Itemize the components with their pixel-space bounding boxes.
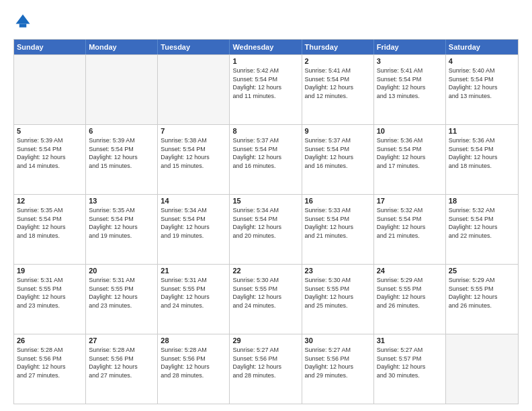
day-number: 25 [449,267,515,275]
day-info: Sunrise: 5:29 AMSunset: 5:55 PMDaylight:… [449,276,515,310]
day-info: Sunrise: 5:31 AMSunset: 5:55 PMDaylight:… [89,276,154,310]
day-info: Sunrise: 5:36 AMSunset: 5:54 PMDaylight:… [377,136,443,170]
day-info: Sunrise: 5:35 AMSunset: 5:54 PMDaylight:… [89,206,154,240]
day-info: Sunrise: 5:28 AMSunset: 5:56 PMDaylight:… [17,346,83,379]
day-number: 17 [377,197,443,205]
calendar-cell: 2Sunrise: 5:41 AMSunset: 5:54 PMDaylight… [302,55,374,124]
calendar-row-0: 1Sunrise: 5:42 AMSunset: 5:54 PMDaylight… [14,54,518,124]
day-number: 30 [305,336,371,345]
calendar: SundayMondayTuesdayWednesdayThursdayFrid… [13,39,519,404]
header-cell-thursday: Thursday [302,40,374,54]
calendar-cell: 19Sunrise: 5:31 AMSunset: 5:55 PMDayligh… [14,265,86,334]
calendar-cell: 7Sunrise: 5:38 AMSunset: 5:54 PMDaylight… [158,125,230,194]
header-cell-wednesday: Wednesday [230,40,302,54]
calendar-cell [158,55,230,124]
calendar-cell: 18Sunrise: 5:32 AMSunset: 5:54 PMDayligh… [446,195,518,264]
day-info: Sunrise: 5:41 AMSunset: 5:54 PMDaylight:… [305,66,371,100]
calendar-cell: 24Sunrise: 5:29 AMSunset: 5:55 PMDayligh… [374,265,446,334]
day-number: 2 [305,57,371,65]
day-info: Sunrise: 5:27 AMSunset: 5:56 PMDaylight:… [305,346,371,379]
day-number: 14 [161,197,226,205]
day-info: Sunrise: 5:29 AMSunset: 5:55 PMDaylight:… [377,276,443,310]
calendar-cell: 29Sunrise: 5:27 AMSunset: 5:56 PMDayligh… [230,334,302,404]
calendar-row-3: 19Sunrise: 5:31 AMSunset: 5:55 PMDayligh… [14,264,518,334]
day-number: 28 [161,336,226,345]
day-number: 16 [305,197,371,205]
page: SundayMondayTuesdayWednesdayThursdayFrid… [0,0,532,411]
day-number: 19 [17,267,83,275]
header-cell-tuesday: Tuesday [158,40,230,54]
calendar-cell: 27Sunrise: 5:28 AMSunset: 5:56 PMDayligh… [86,334,158,404]
day-info: Sunrise: 5:30 AMSunset: 5:55 PMDaylight:… [232,276,298,310]
day-number: 9 [305,127,371,135]
day-info: Sunrise: 5:39 AMSunset: 5:54 PMDaylight:… [17,136,83,170]
logo-icon [13,12,32,31]
day-info: Sunrise: 5:41 AMSunset: 5:54 PMDaylight:… [377,66,443,100]
calendar-cell: 14Sunrise: 5:34 AMSunset: 5:54 PMDayligh… [158,195,230,264]
day-info: Sunrise: 5:30 AMSunset: 5:55 PMDaylight:… [305,276,371,310]
calendar-cell: 21Sunrise: 5:31 AMSunset: 5:55 PMDayligh… [158,265,230,334]
day-number: 22 [232,267,298,275]
calendar-cell: 20Sunrise: 5:31 AMSunset: 5:55 PMDayligh… [86,265,158,334]
day-number: 8 [232,127,298,135]
calendar-cell: 10Sunrise: 5:36 AMSunset: 5:54 PMDayligh… [374,125,446,194]
header-cell-saturday: Saturday [446,40,518,54]
day-number: 6 [89,127,154,135]
calendar-cell: 13Sunrise: 5:35 AMSunset: 5:54 PMDayligh… [86,195,158,264]
calendar-cell: 5Sunrise: 5:39 AMSunset: 5:54 PMDaylight… [14,125,86,194]
calendar-cell: 12Sunrise: 5:35 AMSunset: 5:54 PMDayligh… [14,195,86,264]
calendar-header-row: SundayMondayTuesdayWednesdayThursdayFrid… [14,40,518,54]
day-info: Sunrise: 5:38 AMSunset: 5:54 PMDaylight:… [161,136,226,170]
day-info: Sunrise: 5:37 AMSunset: 5:54 PMDaylight:… [305,136,371,170]
day-number: 11 [449,127,515,135]
calendar-row-4: 26Sunrise: 5:28 AMSunset: 5:56 PMDayligh… [14,334,518,404]
calendar-body: 1Sunrise: 5:42 AMSunset: 5:54 PMDaylight… [14,54,518,404]
day-number: 26 [17,336,83,345]
day-info: Sunrise: 5:34 AMSunset: 5:54 PMDaylight:… [161,206,226,240]
day-number: 31 [377,336,443,345]
header-cell-friday: Friday [374,40,446,54]
day-info: Sunrise: 5:27 AMSunset: 5:56 PMDaylight:… [232,346,298,379]
day-info: Sunrise: 5:39 AMSunset: 5:54 PMDaylight:… [89,136,154,170]
svg-rect-1 [19,24,27,28]
day-number: 15 [232,197,298,205]
calendar-cell: 15Sunrise: 5:34 AMSunset: 5:54 PMDayligh… [230,195,302,264]
day-info: Sunrise: 5:32 AMSunset: 5:54 PMDaylight:… [449,206,515,240]
day-info: Sunrise: 5:35 AMSunset: 5:54 PMDaylight:… [17,206,83,240]
day-number: 27 [89,336,154,345]
calendar-cell: 1Sunrise: 5:42 AMSunset: 5:54 PMDaylight… [230,55,302,124]
day-number: 21 [161,267,226,275]
day-info: Sunrise: 5:40 AMSunset: 5:54 PMDaylight:… [449,66,515,100]
header-cell-monday: Monday [86,40,158,54]
day-number: 4 [449,57,515,65]
calendar-cell: 6Sunrise: 5:39 AMSunset: 5:54 PMDaylight… [86,125,158,194]
svg-marker-0 [16,15,30,24]
calendar-cell: 23Sunrise: 5:30 AMSunset: 5:55 PMDayligh… [302,265,374,334]
calendar-cell: 16Sunrise: 5:33 AMSunset: 5:54 PMDayligh… [302,195,374,264]
day-number: 12 [17,197,83,205]
day-number: 3 [377,57,443,65]
day-number: 20 [89,267,154,275]
day-number: 18 [449,197,515,205]
day-info: Sunrise: 5:28 AMSunset: 5:56 PMDaylight:… [161,346,226,379]
calendar-cell: 3Sunrise: 5:41 AMSunset: 5:54 PMDaylight… [374,55,446,124]
calendar-cell: 22Sunrise: 5:30 AMSunset: 5:55 PMDayligh… [230,265,302,334]
calendar-row-1: 5Sunrise: 5:39 AMSunset: 5:54 PMDaylight… [14,124,518,194]
calendar-cell: 4Sunrise: 5:40 AMSunset: 5:54 PMDaylight… [446,55,518,124]
day-info: Sunrise: 5:32 AMSunset: 5:54 PMDaylight:… [377,206,443,240]
day-number: 29 [232,336,298,345]
day-number: 23 [305,267,371,275]
day-info: Sunrise: 5:37 AMSunset: 5:54 PMDaylight:… [232,136,298,170]
day-info: Sunrise: 5:42 AMSunset: 5:54 PMDaylight:… [232,66,298,100]
day-info: Sunrise: 5:31 AMSunset: 5:55 PMDaylight:… [17,276,83,310]
day-number: 1 [232,57,298,65]
day-number: 10 [377,127,443,135]
calendar-cell: 25Sunrise: 5:29 AMSunset: 5:55 PMDayligh… [446,265,518,334]
day-info: Sunrise: 5:33 AMSunset: 5:54 PMDaylight:… [305,206,371,240]
day-number: 24 [377,267,443,275]
header [13,12,519,31]
day-number: 7 [161,127,226,135]
calendar-cell: 28Sunrise: 5:28 AMSunset: 5:56 PMDayligh… [158,334,230,404]
calendar-cell: 8Sunrise: 5:37 AMSunset: 5:54 PMDaylight… [230,125,302,194]
header-cell-sunday: Sunday [14,40,86,54]
